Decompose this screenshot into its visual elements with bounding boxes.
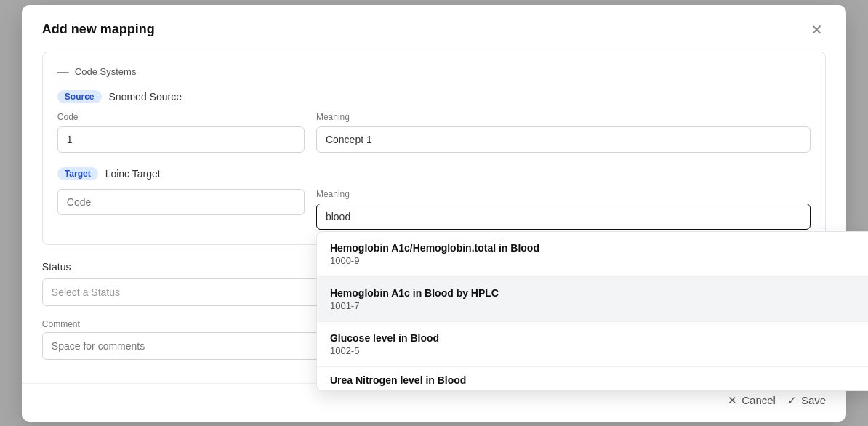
cancel-icon: ✕	[728, 394, 737, 407]
source-row: Source Snomed Source	[57, 90, 811, 103]
cancel-label: Cancel	[742, 394, 776, 406]
dropdown-item-code-0: 1000-9	[330, 255, 868, 266]
target-code-input[interactable]	[57, 189, 305, 215]
source-code-group: Code	[57, 112, 305, 153]
dash-icon: —	[57, 65, 69, 79]
target-row: Target Loinc Target	[57, 167, 811, 180]
meaning-dropdown-list: Hemoglobin A1c/Hemoglobin.total in Blood…	[316, 231, 868, 391]
modal: Add new mapping ✕ — Code Systems Source …	[22, 5, 846, 422]
dropdown-item-code-1: 1001-7	[330, 300, 868, 311]
dropdown-item-0[interactable]: Hemoglobin A1c/Hemoglobin.total in Blood…	[317, 232, 868, 277]
target-meaning-label: Meaning	[316, 189, 811, 199]
section-header: — Code Systems	[57, 65, 811, 79]
modal-body: — Code Systems Source Snomed Source Code…	[22, 52, 846, 383]
dropdown-item-2[interactable]: Glucose level in Blood 1002-5	[317, 322, 868, 367]
modal-overlay: Add new mapping ✕ — Code Systems Source …	[0, 0, 868, 426]
source-badge: Source	[57, 90, 102, 103]
dropdown-item-title-2: Glucose level in Blood	[330, 332, 868, 344]
dropdown-item-title-1: Hemoglobin A1c in Blood by HPLC	[330, 287, 868, 299]
target-meaning-input[interactable]	[316, 204, 811, 230]
modal-title: Add new mapping	[42, 22, 155, 37]
save-button[interactable]: ✓ Save	[787, 394, 826, 407]
source-fields-row: Code Meaning	[57, 112, 811, 153]
code-systems-section: — Code Systems Source Snomed Source Code…	[42, 52, 826, 245]
dropdown-item-1[interactable]: Hemoglobin A1c in Blood by HPLC 1001-7	[317, 277, 868, 322]
section-title: Code Systems	[75, 66, 137, 77]
check-icon: ✓	[787, 394, 797, 407]
cancel-button[interactable]: ✕ Cancel	[728, 394, 776, 407]
save-label: Save	[801, 394, 826, 406]
dropdown-item-code-2: 1002-5	[330, 345, 868, 356]
close-icon: ✕	[811, 22, 823, 38]
target-meaning-group: Meaning Hemoglobin A1c/Hemoglobin.total …	[316, 189, 811, 230]
dropdown-item-3[interactable]: Urea Nitrogen level in Blood	[317, 367, 868, 390]
target-badge: Target	[57, 167, 98, 180]
target-code-group	[57, 189, 305, 215]
close-button[interactable]: ✕	[808, 20, 826, 40]
target-fields-row: Meaning Hemoglobin A1c/Hemoglobin.total …	[57, 189, 811, 230]
source-meaning-input[interactable]	[316, 126, 811, 153]
source-code-label: Code	[57, 112, 305, 122]
dropdown-item-title-3: Urea Nitrogen level in Blood	[330, 374, 868, 386]
source-system-name: Snomed Source	[109, 91, 182, 103]
source-meaning-label: Meaning	[316, 112, 811, 122]
source-code-input[interactable]	[57, 126, 305, 153]
modal-header: Add new mapping ✕	[22, 5, 846, 52]
source-meaning-group: Meaning	[316, 112, 811, 153]
dropdown-item-title-0: Hemoglobin A1c/Hemoglobin.total in Blood	[330, 242, 868, 254]
target-system-name: Loinc Target	[105, 168, 161, 180]
meaning-dropdown-wrapper: Hemoglobin A1c/Hemoglobin.total in Blood…	[316, 204, 811, 230]
